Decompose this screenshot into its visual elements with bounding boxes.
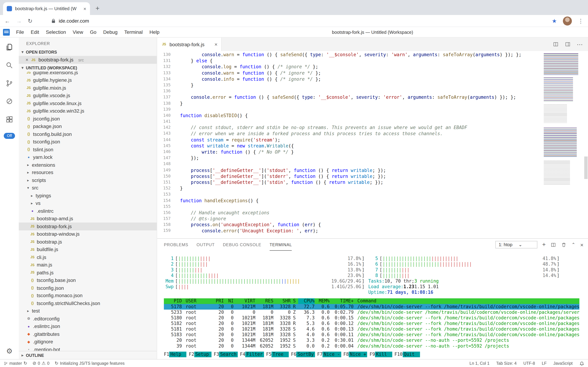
htop-column-user[interactable]: USER: [182, 298, 209, 304]
close-icon[interactable]: ×: [25, 57, 28, 63]
htop-column-ni[interactable]: NI: [224, 298, 234, 304]
tree-folder-test[interactable]: ▸test: [19, 307, 157, 315]
htop-process-row[interactable]: 20root2001344M620521952S3.30.20:30.01/de…: [164, 338, 580, 343]
open-changes-icon[interactable]: [553, 41, 559, 47]
htop-column-s[interactable]: S: [290, 298, 298, 304]
menu-go[interactable]: Go: [86, 29, 100, 35]
git-branch-item[interactable]: master ↻: [4, 361, 27, 366]
new-tab-button[interactable]: +: [92, 3, 103, 14]
source-control-icon[interactable]: [5, 79, 14, 88]
tree-file-tsconfig.base.json[interactable]: {}tsconfig.base.json: [19, 276, 157, 284]
tree-folder-vs[interactable]: ▸vs: [19, 200, 157, 207]
tree-file-package.json[interactable]: {}package.json: [19, 123, 157, 130]
htop-column-cpu[interactable]: CPU%: [298, 298, 315, 304]
tree-file-.editorconfig[interactable]: ⚙.editorconfig: [19, 315, 157, 323]
htop-fkey-f2[interactable]: F2Setup: [187, 351, 211, 357]
address-bar[interactable]: ide.coder.com: [39, 18, 546, 24]
tree-file-.eslintrc[interactable]: ●.eslintrc: [19, 207, 157, 215]
tree-file-gulpfile.vscode.win32.js[interactable]: JSgulpfile.vscode.win32.js: [19, 107, 157, 115]
tree-file-.mention-bot[interactable]: ▪.mention-bot: [19, 346, 157, 351]
kill-terminal-icon[interactable]: [561, 242, 567, 247]
htop-fkey-f10[interactable]: F10Quit: [392, 351, 420, 357]
tree-file-gulpfile.mixin.js[interactable]: JSgulpfile.mixin.js: [19, 84, 157, 92]
back-icon[interactable]: ←: [5, 18, 10, 24]
tree-file-paths.js[interactable]: JSpaths.js: [19, 269, 157, 276]
htop-column-mem[interactable]: MEM%: [315, 298, 330, 304]
problems-item[interactable]: ⊘ 0 ⚠ 0: [33, 361, 50, 366]
close-panel-icon[interactable]: ×: [580, 242, 583, 248]
htop-process-row[interactable]: 39root2001344M620521952S0.00.20:00.04/de…: [164, 343, 580, 349]
menu-debug[interactable]: Debug: [100, 29, 121, 35]
htop-process-row[interactable]: 5178root2001021M181M3328R72.70.60:05.70/…: [164, 304, 580, 309]
sync-icon[interactable]: ↻: [24, 361, 27, 366]
panel-tab-terminal[interactable]: TERMINAL: [270, 239, 292, 251]
tree-file-gulpfile.vscode.linux.js[interactable]: JSgulpfile.vscode.linux.js: [19, 100, 157, 107]
forward-icon[interactable]: →: [16, 18, 22, 24]
tree-file-jsconfig.json[interactable]: {}jsconfig.json: [19, 115, 157, 123]
maximize-panel-icon[interactable]: ⌃: [571, 242, 575, 247]
editor-scrollbar[interactable]: [584, 157, 588, 179]
debug-icon[interactable]: [5, 97, 14, 106]
outline-header[interactable]: ▸ OUTLINE: [19, 351, 157, 359]
tab-close-icon[interactable]: ×: [83, 6, 86, 11]
tree-folder-resources[interactable]: ▸resources: [19, 169, 157, 176]
tree-file-yarn.lock[interactable]: ●yarn.lock: [19, 153, 157, 161]
htop-column-command[interactable]: Command: [354, 298, 580, 304]
tab-close-icon[interactable]: ×: [215, 41, 218, 47]
tree-file-gulpfile.extensions.js[interactable]: JSgulpfile.extensions.js: [19, 72, 157, 76]
tree-file-.gitignore[interactable]: ◆.gitignore: [19, 338, 157, 346]
htop-fkey-f1[interactable]: F1Help: [164, 351, 187, 357]
tree-folder-scripts[interactable]: ▸scripts: [19, 176, 157, 184]
tree-file-.gitattributes[interactable]: ◆.gitattributes: [19, 330, 157, 338]
tree-file-tsconfig.json[interactable]: {}tsconfig.json: [19, 138, 157, 146]
menu-file[interactable]: File: [13, 29, 27, 35]
split-editor-icon[interactable]: [565, 41, 571, 47]
menu-help[interactable]: Help: [146, 29, 163, 35]
menu-selection[interactable]: Selection: [42, 29, 69, 35]
tree-file-bootstrap-window.js[interactable]: JSbootstrap-window.js: [19, 230, 157, 238]
notifications-bell-icon[interactable]: [580, 361, 584, 366]
tree-file-tsconfig.monaco.json[interactable]: {}tsconfig.monaco.json: [19, 292, 157, 300]
tree-file-tsconfig.strictNullChecks.json[interactable]: {}tsconfig.strictNullChecks.json: [19, 300, 157, 307]
explorer-icon[interactable]: [5, 43, 14, 52]
tab-size[interactable]: Tab Size: 4: [496, 361, 517, 366]
tree-folder-src[interactable]: ▾src: [19, 184, 157, 192]
tree-file-main.js[interactable]: JSmain.js: [19, 261, 157, 269]
browser-menu-icon[interactable]: ⋮: [578, 17, 583, 24]
htop-fkey-f4[interactable]: F4Filter: [238, 351, 264, 357]
htop-fkey-f7[interactable]: F7Nice -: [315, 351, 341, 357]
tree-file-gulpfile.hygiene.js[interactable]: JSgulpfile.hygiene.js: [19, 76, 157, 84]
htop-process-row[interactable]: 5182root2001021M181M3328R5.30.60:00.12/d…: [164, 321, 580, 326]
htop-fkey-f5[interactable]: F5Tree: [264, 351, 289, 357]
collaboration-off-badge[interactable]: Off: [4, 133, 15, 139]
tree-file-gulpfile.vscode.js[interactable]: JSgulpfile.vscode.js: [19, 92, 157, 100]
open-editors-header[interactable]: ▾ OPEN EDITORS: [19, 48, 157, 56]
encoding[interactable]: UTF-8: [523, 361, 535, 366]
terminal[interactable]: 1[||||||||||||17.8%]5[||||||||||||||||||…: [157, 251, 588, 359]
htop-fkey-f3[interactable]: F3Search: [211, 351, 238, 357]
htop-fkey-f9[interactable]: F9Kill: [367, 351, 392, 357]
htop-column-virt[interactable]: VIRT: [234, 298, 255, 304]
profile-avatar[interactable]: [563, 16, 572, 25]
tree-file-buildfile.js[interactable]: JSbuildfile.js: [19, 246, 157, 253]
minimap[interactable]: [542, 51, 584, 238]
menu-edit[interactable]: Edit: [27, 29, 42, 35]
tree-folder-extensions[interactable]: ▸extensions: [19, 161, 157, 169]
tree-file-cli.js[interactable]: JScli.js: [19, 253, 157, 261]
more-actions-icon[interactable]: ⋯: [577, 41, 583, 48]
panel-tab-problems[interactable]: PROBLEMS: [164, 239, 188, 251]
workspace-header[interactable]: ▾ UNTITLED (WORKSPACE): [19, 64, 157, 72]
reload-icon[interactable]: ↻: [28, 17, 33, 24]
htop-process-row[interactable]: 5181root2001021M181M3328S4.60.60:00.13/d…: [164, 326, 580, 332]
tree-file-bootstrap-amd.js[interactable]: JSbootstrap-amd.js: [19, 215, 157, 223]
settings-gear-icon[interactable]: ⚙: [6, 347, 13, 355]
search-icon[interactable]: [5, 61, 14, 70]
htop-fkey-f6[interactable]: F6SortBy: [289, 351, 315, 357]
browser-tab[interactable]: bootstrap-fork.js — Untitled (W ×: [3, 2, 90, 15]
htop-process-row[interactable]: 5233root200000Z36.30.00:02.79/dev/shm/bi…: [164, 309, 580, 315]
new-terminal-icon[interactable]: +: [542, 241, 546, 248]
tree-folder-typings[interactable]: ▸typings: [19, 192, 157, 200]
htop-column-shr[interactable]: SHR: [273, 298, 291, 304]
htop-column-time[interactable]: TIME+: [330, 298, 354, 304]
split-terminal-icon[interactable]: [551, 242, 556, 247]
